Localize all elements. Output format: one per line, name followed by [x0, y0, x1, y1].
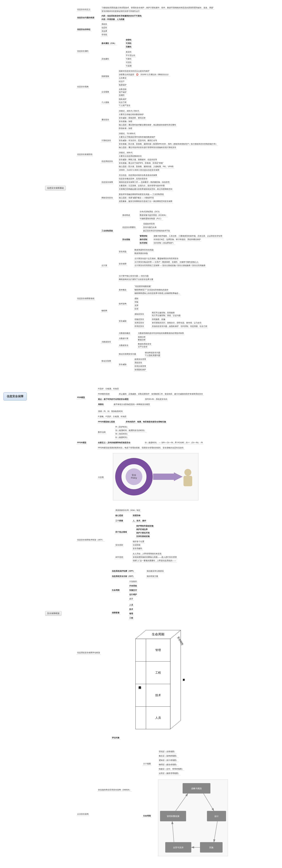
ppdr[interactable]: PPDR模型	[77, 441, 87, 444]
c4[interactable]: 信息安全属性	[77, 50, 89, 53]
svg-text:管理和重组测: 管理和重组测	[167, 815, 179, 817]
leaf: 无边界	[101, 30, 108, 33]
svg-text:人员: 人员	[155, 716, 161, 719]
leaf: 管理	[129, 612, 134, 615]
leaf: 经济产	[118, 80, 125, 83]
cia[interactable]: 基本属性（CIA）	[101, 42, 117, 45]
leaf: 强调：Pt、Dt、复杂恢复时间	[97, 410, 123, 413]
leaf: 隐私保护	[118, 98, 127, 101]
iot-arch[interactable]: 技术架构	[118, 302, 127, 306]
leaf: 核心思想	[115, 514, 124, 517]
leaf: Et（暴露时间） — 当Pt < Dt + Rt，即 Pt为0时，Et = （D…	[144, 441, 203, 444]
svg-text:管理: 管理	[155, 649, 161, 652]
national[interactable]: 国家视角	[101, 75, 110, 78]
leaf: 可用性	[125, 42, 132, 45]
other-attr[interactable]: 其他属性	[101, 57, 110, 61]
pdr[interactable]: PDR模型	[77, 396, 86, 399]
leaf: 保护计算机环境	[136, 531, 150, 535]
leaf: 承认漏洞、正视威胁、采取适度防护、加强检测工作、落实响应、建立对威胁的防护来保障…	[118, 392, 204, 396]
leaf: 计划组织	[129, 580, 138, 583]
six-views[interactable]: 六个视图	[142, 762, 151, 766]
leaf: 感知层安全	[134, 312, 145, 316]
leaf: 运行维护	[129, 593, 138, 596]
ent-arch[interactable]: 企业安全架构	[77, 812, 89, 816]
leaf: PDR模型思想	[97, 392, 110, 396]
leaf: 不可否认性	[125, 54, 136, 57]
leaf: 个人隐私泄露问题	[144, 354, 161, 357]
bigdata[interactable]: 大数据安全	[101, 340, 112, 344]
branch-framework[interactable]: 安全保障框架	[45, 611, 61, 616]
iot-concept[interactable]: 基本概念	[118, 288, 127, 292]
iot-threat[interactable]: 安全威胁	[118, 319, 127, 323]
c5[interactable]: 信息安全视角	[77, 85, 89, 89]
cube-top-label: 生命周期	[152, 632, 164, 636]
leaf: 个人财产安全	[118, 104, 131, 107]
leaf: 拒绝服务、欺骗	[151, 318, 166, 321]
iatf[interactable]: 信息安全保障技术框架（IATF）	[77, 538, 105, 541]
leaf: 应用	[134, 307, 139, 311]
leaf: 四个焦点领域	[115, 530, 128, 534]
leaf: 云计算安全集成外部 — 云用户：数据保密、合规性、云服务可能性是核心人	[134, 260, 199, 264]
leaf: 社会工程	[118, 101, 127, 104]
comp-sec[interactable]: 计算机安全	[101, 139, 112, 142]
lifecycle[interactable]: 生命周期	[142, 814, 151, 818]
leaf: 物理层（建造者视图）	[158, 763, 179, 767]
leaf: 运营层（服务管理视图）	[158, 772, 180, 775]
leaf: 保护区域边界	[136, 528, 148, 531]
leaf: 系统性	[101, 23, 108, 26]
root-node[interactable]: 信息安全保障	[3, 392, 27, 401]
branch-basics[interactable]: 信息安全保障基础	[45, 186, 66, 190]
enterprise[interactable]: 企业视角	[101, 90, 110, 94]
leaf: 实现深度防御的首要核心因素——是人进行安全管理	[132, 556, 177, 559]
ics[interactable]: 工业控制系统	[101, 229, 114, 232]
leaf: 应用层安全	[134, 324, 145, 328]
leaf: 20世纪，40年代-70年代	[118, 110, 140, 113]
leaf: 改善安全管理	[134, 358, 147, 361]
ics-composition[interactable]: 基本构成	[122, 214, 131, 217]
cloud-assure[interactable]: 安全保障	[118, 262, 127, 266]
leaf: 概念层（架构师视图）	[158, 754, 179, 758]
c6[interactable]: 信息安全发展阶段	[77, 153, 93, 156]
cyberspace-sec[interactable]: 网络空间安全	[101, 196, 114, 199]
leaf: 20世纪，90年代	[118, 151, 133, 155]
leaf: IATF思想	[115, 556, 124, 559]
leaf: 涉密重点对抗盗窃 ⭕ 2016年11月通过的《网络安全法》	[118, 73, 170, 76]
mobile-net[interactable]: 移动互联网	[101, 359, 112, 363]
leaf: 1996年，DoDD 5-3600.1首次提出信息安全保障	[118, 168, 160, 172]
leaf: 安全措施：加密	[118, 120, 133, 123]
leaf: 国家对信息安全的关注点是对内保护	[118, 69, 150, 73]
c1[interactable]: 信息安全的定义	[77, 8, 91, 11]
c3[interactable]: 信息安全的特征	[77, 28, 91, 31]
leaf: 关注信息、信息系统对组织业务及使命的保障	[118, 174, 158, 177]
leaf: 传输	[134, 300, 139, 304]
leaf: 云计算安全应用系统三层保障 — 安全云基础设施 / 安全云基础服务 / 安全云应…	[134, 264, 206, 267]
leaf: 保护多个位置	[132, 540, 145, 544]
c7[interactable]: 信息安全保障新领域	[77, 297, 95, 300]
leaf: 从人开始，人即管理用组织来实现	[132, 552, 162, 556]
leaf: 新技术环境融合网络带来新安全风险 — 工业控制系统	[118, 193, 165, 196]
leaf: 局限性	[97, 403, 105, 406]
iot[interactable]: 物联网	[101, 309, 108, 312]
leaf: 人、技术、操作	[132, 519, 147, 523]
svg-text:战略与规划: 战略与规划	[191, 787, 202, 790]
ics-measures[interactable]: 安全措施	[122, 238, 131, 241]
ics-importance[interactable]: 信息安全重要性	[122, 226, 136, 229]
leaf: 深度防御	[132, 514, 141, 517]
personal[interactable]: 个人视角	[101, 101, 110, 104]
leaf: 组建层（交付、管理者视图）	[158, 767, 185, 771]
c2[interactable]: 信息安全问题的根源	[77, 16, 95, 20]
leaf: 主要原则：立足国情、以我为主，坚持管理与技术并重	[118, 184, 165, 187]
leaf: 安全措施：防火墙、防病毒、漏洞扫描（检测和PKI对外、用内（授权和未授权用户）执…	[118, 142, 218, 146]
leaf: 移动互联网安全问题	[118, 352, 137, 356]
sys-sec[interactable]: 信息系统安全	[101, 160, 114, 163]
assess-fw[interactable]: 信息系统安全保障评估框架	[77, 651, 101, 654]
leaf: 主要关注信息系统整体安全	[118, 155, 142, 158]
cloud-risk[interactable]: 安全风险	[118, 250, 127, 253]
leaf: 项目建设单位根据实	[146, 569, 165, 573]
cloud[interactable]: 云计算	[101, 264, 108, 267]
ia[interactable]: 信息安全保障	[101, 181, 114, 184]
comm-sec[interactable]: 通信安全	[101, 118, 110, 122]
sabsa[interactable]: 舍伍德的商业应用安全架构（SABSA）	[97, 788, 132, 792]
leaf: Pt（防护时间）	[115, 425, 129, 429]
leaf: P:策略、P:防护、D:检测、R:响应	[97, 415, 127, 418]
